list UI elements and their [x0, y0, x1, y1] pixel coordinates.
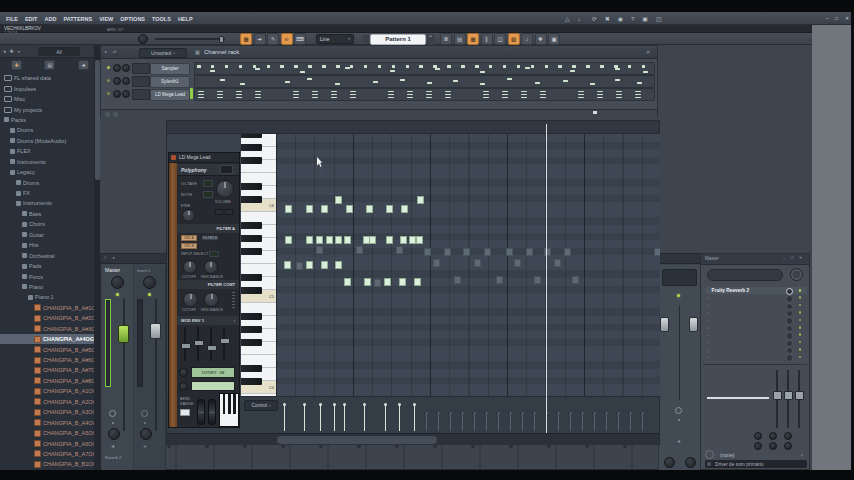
right-fader[interactable]: [689, 317, 698, 332]
velocity-stem[interactable]: [414, 405, 415, 431]
browser-sample-changpia-a-4ogg[interactable]: CHANGPIA_A#4OGG: [0, 334, 94, 344]
browser-folder-percs[interactable]: Percs: [0, 271, 94, 281]
fx-close-icon[interactable]: ✕: [799, 255, 802, 260]
browser-folder-drums[interactable]: Drums: [0, 177, 94, 187]
octave-selector[interactable]: [203, 180, 213, 187]
piano-roll-timeline[interactable]: [167, 121, 659, 134]
volume-fader[interactable]: [118, 325, 129, 343]
mod-wheel[interactable]: [208, 399, 216, 425]
eq-knob-4[interactable]: [754, 442, 762, 450]
browser-folder-instruments[interactable]: Instruments: [0, 198, 94, 208]
touch-icon[interactable]: ▣: [548, 33, 560, 45]
velocity-head[interactable]: [283, 403, 286, 406]
browser-folder-drums[interactable]: Drums: [0, 125, 94, 135]
midi-note[interactable]: [344, 236, 351, 244]
browser-sample-changpia-b-a7ogg[interactable]: CHANGPIA_B_A7OGG: [0, 449, 94, 459]
menu-item-file[interactable]: FILE: [3, 16, 21, 22]
mixer-icon[interactable]: ∥: [481, 33, 493, 45]
key-follow-slider[interactable]: [232, 292, 235, 308]
browser-sample-changpia-b-a1ogg[interactable]: CHANGPIA_B_A1OGG: [0, 386, 94, 396]
channel-pan-knob[interactable]: [113, 77, 121, 85]
browser-folder-bass[interactable]: Bass: [0, 209, 94, 219]
slot-enable-led[interactable]: [799, 296, 802, 299]
velocity-lane[interactable]: [276, 397, 660, 434]
mixer-menu-icon[interactable]: ≡: [104, 255, 106, 260]
midi-note[interactable]: [306, 205, 313, 213]
fx-slot-6[interactable]: ▸: [705, 324, 807, 331]
velocity-head[interactable]: [303, 403, 306, 406]
browser-folder-legacy[interactable]: Legacy: [0, 167, 94, 177]
piano-key-black[interactable]: [241, 183, 262, 190]
plugin-titlebar[interactable]: LD Mega Lead: [169, 153, 239, 163]
piano-key-white[interactable]: [241, 394, 276, 396]
knob-left[interactable]: [664, 457, 675, 468]
browser-folder-hits[interactable]: Hits: [0, 240, 94, 250]
on-switch[interactable]: [215, 209, 223, 215]
menu-item-patterns[interactable]: PATTERNS: [60, 16, 95, 22]
midi-note[interactable]: [306, 261, 313, 269]
eq-knob[interactable]: [140, 428, 152, 440]
tab-menu-icon[interactable]: ▾: [18, 49, 20, 54]
eq-knob[interactable]: [108, 428, 120, 440]
velocity-head-dim[interactable]: [570, 412, 572, 414]
master-volume-knob[interactable]: [138, 34, 148, 44]
velocity-stem[interactable]: [344, 405, 345, 431]
slot-enable-led[interactable]: [799, 289, 802, 292]
add-tab-icon[interactable]: ✚: [10, 48, 14, 54]
channel-rack-icon[interactable]: ▦: [467, 33, 479, 45]
piano-key-black[interactable]: [241, 287, 262, 294]
pitch-wheel[interactable]: [197, 399, 205, 425]
speaker-icon[interactable]: ◄: [676, 438, 681, 444]
slot-enable-led[interactable]: [799, 333, 802, 336]
velocity-stem-dim[interactable]: [570, 413, 571, 431]
velocity-head[interactable]: [384, 403, 387, 406]
control-target-selector[interactable]: Control ▾: [244, 400, 278, 411]
polyphony-value-box[interactable]: [220, 165, 233, 174]
browser-sample-changpia-b-a2ogg[interactable]: CHANGPIA_B_A2OGG: [0, 397, 94, 407]
volume-fader[interactable]: [150, 323, 161, 339]
osc-a-switch[interactable]: OSC A: [181, 235, 197, 241]
browser-sample-changpia-b-a-6ogg[interactable]: CHANGPIA_B_A#6OGG: [0, 355, 94, 365]
piano-key-black[interactable]: [241, 378, 262, 385]
plugin-picker-icon[interactable]: ♪: [521, 33, 533, 45]
velocity-head-dim[interactable]: [474, 412, 476, 414]
blend-notes-icon[interactable]: ✖: [605, 15, 610, 22]
midi-note[interactable]: [369, 236, 376, 244]
midi-note[interactable]: [321, 261, 328, 269]
channel-target-box[interactable]: [132, 76, 150, 87]
env-slider-a[interactable]: [184, 327, 186, 361]
cont-cutoff-knob[interactable]: [183, 292, 198, 307]
velocity-head[interactable]: [413, 403, 416, 406]
channel-volume-knob[interactable]: [122, 90, 130, 98]
velocity-stem-dim[interactable]: [426, 413, 427, 431]
midi-note[interactable]: [344, 278, 351, 286]
browser-folder-instruments[interactable]: Instruments: [0, 157, 94, 167]
browser-folder-orchestral[interactable]: Orchestral: [0, 250, 94, 260]
slot-enable-led[interactable]: [799, 348, 802, 351]
piano-key-black[interactable]: [241, 365, 262, 372]
close-button[interactable]: ✕: [845, 15, 849, 21]
fx-none-slot[interactable]: (none) ▸: [705, 450, 805, 459]
wait-for-input-icon[interactable]: ♩: [578, 16, 584, 22]
rack-close-icon[interactable]: ✕: [646, 49, 650, 55]
midi-note[interactable]: [335, 236, 342, 244]
velocity-head-dim[interactable]: [534, 412, 536, 414]
midi-note[interactable]: [417, 196, 424, 204]
midi-note[interactable]: [285, 205, 292, 213]
env-slider-handle[interactable]: [220, 338, 230, 344]
midi-note[interactable]: [386, 236, 393, 244]
menu-item-tools[interactable]: TOOLS: [149, 16, 174, 22]
channel-target-box[interactable]: [132, 89, 150, 100]
browser-sample-changpia-b-a5ogg[interactable]: CHANGPIA_B_A5OGG: [0, 428, 94, 438]
velocity-head-dim[interactable]: [462, 412, 464, 414]
browser-sample-changpia-b-a-8ogg[interactable]: CHANGPIA_B_A#8OGG: [0, 376, 94, 386]
velocity-head-dim[interactable]: [450, 412, 452, 414]
save-icon[interactable]: ▣: [642, 15, 648, 22]
input-select-box[interactable]: [209, 251, 219, 257]
playhead[interactable]: [546, 124, 547, 433]
mixer-detach-icon[interactable]: ▸: [113, 255, 115, 260]
velocity-stem-dim[interactable]: [642, 413, 643, 431]
browser-sample-changpia-b-a6ogg[interactable]: CHANGPIA_B_A6OGG: [0, 438, 94, 448]
browser-sample-changpia-b-a-3ogg[interactable]: CHANGPIA_B_A#3OGG: [0, 324, 94, 334]
midi-keyboard-icon[interactable]: ⌨: [294, 33, 306, 45]
